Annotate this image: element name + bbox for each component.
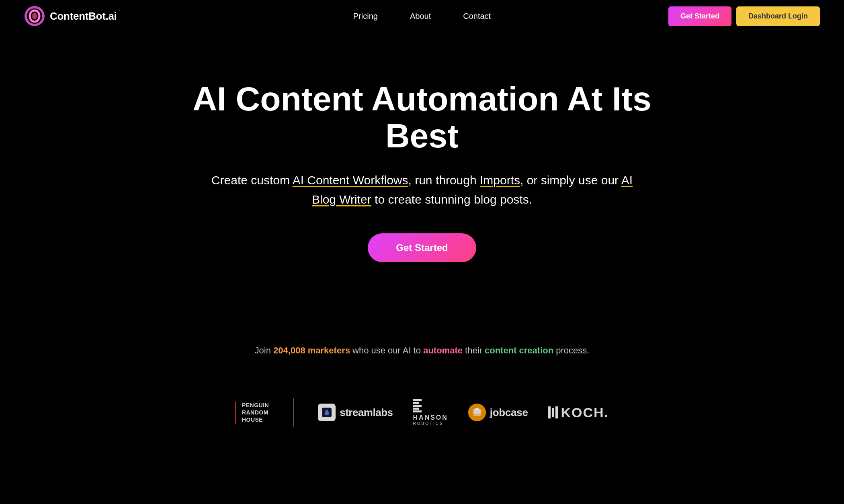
hero-subtitle-before: Create custom <box>211 173 293 187</box>
svg-rect-4 <box>325 412 329 415</box>
penguin-random-house-logo: Penguin Random House <box>235 402 269 424</box>
koch-bar-1 <box>548 406 551 418</box>
streamlabs-logo: streamlabs <box>318 404 393 421</box>
hanson-bar-1 <box>413 399 422 401</box>
dashboard-login-button[interactable]: Dashboard Login <box>736 6 820 26</box>
main-nav: Pricing About Contact <box>353 12 491 21</box>
koch-bars-icon <box>548 406 558 418</box>
stats-section: Join 204,008 marketers who use our AI to… <box>0 335 844 383</box>
hero-link-imports[interactable]: Imports <box>480 173 520 187</box>
stats-mid2: their <box>463 345 485 355</box>
contentbot-logo-icon <box>24 6 45 27</box>
jobcase-logo: jobcase <box>468 404 528 421</box>
penguin-line1: Penguin <box>242 402 269 409</box>
koch-bar-3 <box>555 406 558 418</box>
stats-count: 204,008 marketers <box>273 345 350 355</box>
hanson-bar-2 <box>413 402 419 404</box>
streamlabs-icon <box>318 404 336 421</box>
get-started-button-header[interactable]: Get Started <box>668 6 731 26</box>
stats-content-creation: content creation <box>485 345 553 355</box>
stats-automate: automate <box>423 345 463 355</box>
hero-subtitle: Create custom AI Content Workflows, run … <box>201 171 643 209</box>
hero-subtitle-mid2: , or simply use our <box>520 173 621 187</box>
penguin-line2: Random <box>242 409 268 416</box>
streamlabs-svg <box>321 407 332 418</box>
nav-pricing[interactable]: Pricing <box>353 12 378 21</box>
koch-text: KOCH. <box>561 405 609 420</box>
koch-logo: KOCH. <box>548 405 609 420</box>
jobcase-text: jobcase <box>490 406 528 419</box>
svg-rect-9 <box>473 414 481 416</box>
hero-subtitle-mid1: , run through <box>408 173 480 187</box>
svg-point-5 <box>326 410 328 412</box>
hero-section: AI Content Automation At Its Best Create… <box>0 32 844 335</box>
get-started-button-hero[interactable]: Get Started <box>368 233 476 262</box>
logo-text: ContentBot.ai <box>50 10 117 22</box>
hero-title: AI Content Automation At Its Best <box>181 80 663 155</box>
hanson-bar-5 <box>413 410 422 412</box>
hanson-bar-4 <box>413 408 419 410</box>
header-actions: Get Started Dashboard Login <box>668 6 820 26</box>
stats-suffix: process. <box>553 345 589 355</box>
logos-section: Penguin Random House streamlabs <box>0 382 844 459</box>
jobcase-icon <box>468 404 486 421</box>
stats-mid: who use our AI to <box>350 345 423 355</box>
koch-bar-2 <box>552 408 554 417</box>
hanson-robotics-logo: HANSON ROBOTICS <box>413 399 448 426</box>
svg-point-2 <box>32 13 37 19</box>
stats-text: Join 204,008 marketers who use our AI to… <box>80 343 764 359</box>
hanson-sub: ROBOTICS <box>413 421 443 426</box>
streamlabs-text: streamlabs <box>340 406 393 419</box>
hanson-logo-content: HANSON ROBOTICS <box>413 399 448 426</box>
penguin-logo-text-area: Penguin Random House <box>235 402 269 424</box>
hanson-bars-icon <box>413 399 422 412</box>
hanson-name: HANSON <box>413 414 448 421</box>
stats-prefix: Join <box>255 345 273 355</box>
hero-link-workflows[interactable]: AI Content Workflows <box>293 173 408 187</box>
svg-rect-8 <box>475 408 479 410</box>
logo[interactable]: ContentBot.ai <box>24 6 117 27</box>
hero-subtitle-after: to create stunning blog posts. <box>371 193 532 206</box>
nav-contact[interactable]: Contact <box>463 12 491 21</box>
penguin-line3: House <box>242 416 263 423</box>
jobcase-svg <box>468 404 486 421</box>
header: ContentBot.ai Pricing About Contact Get … <box>0 0 844 32</box>
nav-about[interactable]: About <box>410 12 431 21</box>
hanson-bar-3 <box>413 405 422 407</box>
hanson-bar-group-1 <box>413 399 422 412</box>
logo-divider <box>293 398 294 426</box>
